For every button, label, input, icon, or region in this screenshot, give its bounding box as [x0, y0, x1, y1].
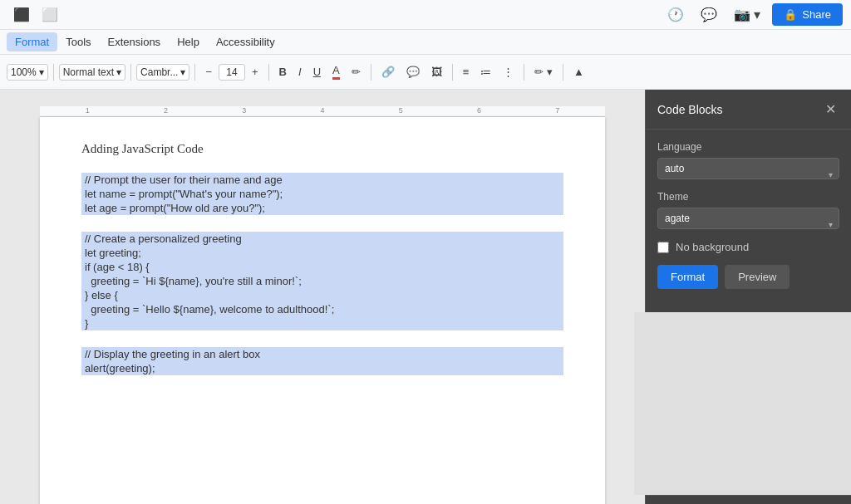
menu-item-format[interactable]: Format: [7, 32, 57, 51]
lock-icon: 🔒: [784, 8, 797, 21]
panel-close-button[interactable]: ✕: [822, 100, 839, 119]
menu-bar: Format Tools Extensions Help Accessibili…: [0, 30, 851, 55]
top-bar-left: ⬛ ⬜: [8, 3, 63, 26]
font-increase-button[interactable]: +: [247, 62, 263, 81]
menu-item-extensions[interactable]: Extensions: [100, 32, 170, 51]
separator-5: [371, 64, 371, 81]
panel-actions: Format Preview: [657, 265, 839, 289]
zoom-value: 100%: [11, 66, 37, 78]
panel-title: Code Blocks: [657, 103, 723, 116]
top-bar: ⬛ ⬜ 🕐 💬 📷 ▾ 🔒 Share: [0, 0, 851, 30]
separator-7: [524, 64, 524, 81]
side-panel: Code Blocks ✕ Language auto javascript p…: [645, 90, 851, 504]
font-size-value: 14: [226, 66, 237, 78]
spacer-2: [81, 330, 563, 347]
separator-4: [268, 64, 269, 81]
underline-button[interactable]: U: [308, 62, 326, 81]
font-size-field[interactable]: 14: [219, 64, 245, 81]
list-button[interactable]: ≔: [475, 62, 496, 81]
image-button[interactable]: 🖼: [426, 62, 447, 81]
no-background-checkbox[interactable]: [657, 242, 669, 253]
comment-button[interactable]: 💬: [401, 62, 425, 81]
preview-area: [634, 312, 851, 495]
code-line-6[interactable]: if (age < 18) {: [81, 260, 563, 274]
code-line-8[interactable]: } else {: [81, 288, 563, 302]
document-page: Adding JavaScript Code // Prompt the use…: [40, 117, 605, 504]
no-background-label: No background: [676, 241, 749, 253]
code-section-2: // Create a personalized greeting let gr…: [81, 232, 563, 330]
code-line-10[interactable]: }: [81, 316, 563, 330]
code-section-3: // Display the greeting in an alert box …: [81, 347, 563, 375]
separator-3: [194, 64, 195, 81]
highlight-button[interactable]: ✏: [347, 62, 366, 81]
video-button[interactable]: 📷 ▾: [729, 3, 765, 26]
code-line-2[interactable]: let age = prompt("How old are you?");: [81, 201, 563, 215]
no-background-row: No background: [657, 241, 839, 253]
style-chevron: ▾: [116, 66, 121, 78]
link-button[interactable]: 🔗: [376, 62, 400, 81]
more-button[interactable]: ⋮: [498, 62, 519, 81]
menu-item-help[interactable]: Help: [169, 32, 208, 51]
theme-label: Theme: [657, 191, 839, 203]
zoom-chevron: ▾: [39, 66, 44, 78]
main-content: 1 2 3 4 5 6 7 Adding JavaScript Code // …: [0, 90, 851, 504]
bold-button[interactable]: B: [274, 62, 292, 81]
code-line-13[interactable]: alert(greeting);: [81, 361, 563, 375]
top-bar-icons: 🕐 💬 📷 ▾ 🔒 Share: [662, 3, 843, 26]
text-color-button[interactable]: A: [327, 61, 345, 83]
font-decrease-button[interactable]: −: [200, 62, 217, 81]
chat-button[interactable]: 💬: [696, 3, 722, 26]
separator-8: [563, 64, 563, 81]
format-button[interactable]: Format: [657, 265, 718, 289]
app-icon2: ⬜: [37, 3, 63, 26]
collapse-button[interactable]: ▲: [568, 62, 589, 81]
theme-select-wrapper: agate dark default dracula: [657, 208, 839, 241]
code-line-7[interactable]: greeting = `Hi ${name}, you're still a m…: [81, 274, 563, 288]
language-select[interactable]: auto javascript python: [657, 158, 839, 179]
zoom-select[interactable]: 100% ▾: [7, 64, 48, 81]
panel-header: Code Blocks ✕: [646, 90, 851, 130]
theme-select[interactable]: agate dark default dracula: [657, 208, 839, 229]
italic-button[interactable]: I: [293, 62, 307, 81]
code-line-12[interactable]: // Display the greeting in an alert box: [81, 347, 563, 361]
language-label: Language: [657, 141, 839, 153]
history-button[interactable]: 🕐: [662, 3, 689, 26]
panel-body: Language auto javascript python Theme ag…: [646, 130, 851, 312]
font-select[interactable]: Cambr... ▾: [136, 64, 189, 81]
code-line-1[interactable]: let name = prompt("What's your name?");: [81, 187, 563, 201]
document-area: 1 2 3 4 5 6 7 Adding JavaScript Code // …: [0, 90, 645, 504]
style-value: Normal text: [63, 66, 114, 78]
menu-item-accessibility[interactable]: Accessibility: [208, 32, 283, 51]
code-line-4[interactable]: // Create a personalized greeting: [81, 232, 563, 246]
font-chevron: ▾: [180, 66, 185, 78]
panel-footer: <> v 1.4.2: [646, 495, 851, 504]
code-line-9[interactable]: greeting = `Hello ${name}, welcome to ad…: [81, 302, 563, 316]
code-section-1: // Prompt the user for their name and ag…: [81, 173, 563, 215]
preview-button[interactable]: Preview: [725, 265, 790, 289]
separator-2: [130, 64, 131, 81]
font-value: Cambr...: [140, 66, 178, 78]
share-button[interactable]: 🔒 Share: [772, 3, 843, 26]
code-line-5[interactable]: let greeting;: [81, 246, 563, 260]
code-line-0[interactable]: // Prompt the user for their name and ag…: [81, 173, 563, 187]
ruler-marks: 1 2 3 4 5 6 7: [40, 106, 605, 116]
pencil-button[interactable]: ✏ ▾: [529, 62, 558, 81]
share-label: Share: [802, 8, 831, 21]
menu-item-tools[interactable]: Tools: [57, 32, 99, 51]
align-button[interactable]: ≡: [458, 62, 475, 81]
language-select-wrapper: auto javascript python: [657, 158, 839, 191]
ruler: 1 2 3 4 5 6 7: [40, 106, 605, 117]
app-icon[interactable]: ⬛: [8, 3, 35, 26]
toolbar: 100% ▾ Normal text ▾ Cambr... ▾ − 14 + B…: [0, 55, 851, 90]
separator-6: [452, 64, 453, 81]
separator-1: [53, 64, 54, 81]
document-title: Adding JavaScript Code: [81, 142, 563, 156]
spacer-1: [81, 215, 563, 232]
style-select[interactable]: Normal text ▾: [59, 64, 125, 81]
